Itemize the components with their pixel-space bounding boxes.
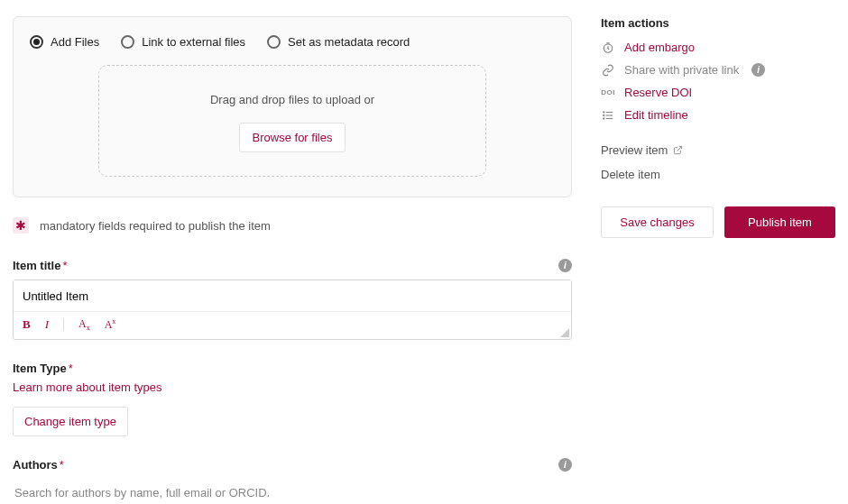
italic-button[interactable]: I [45,317,49,332]
dropzone-text: Drag and drop files to upload or [117,93,467,106]
title-editor: B I Ax Ax [13,279,572,340]
field-item-title: Item title * i B I Ax Ax [13,259,572,340]
field-authors: Authors * i [13,458,572,504]
learn-item-types-link[interactable]: Learn more about item types [13,380,161,394]
bold-button[interactable]: B [23,317,31,332]
info-icon[interactable]: i [558,458,572,472]
action-edit-timeline[interactable]: Edit timeline [601,108,835,122]
required-indicator: * [60,458,64,472]
timer-icon [601,41,615,54]
item-actions-list: Add embargo Share with private link i DO… [601,41,835,122]
svg-point-5 [604,115,604,115]
change-item-type-button[interactable]: Change item type [13,407,128,436]
radio-icon [30,35,43,49]
mandatory-note-text: mandatory fields required to publish the… [40,219,271,233]
action-reserve-doi[interactable]: DOI Reserve DOI [601,86,835,99]
required-indicator: * [69,362,73,375]
external-link-icon [673,145,683,155]
save-changes-button[interactable]: Save changes [601,206,714,238]
svg-point-4 [604,111,604,112]
item-type-label: Item Type [13,362,67,375]
authors-search-input[interactable] [13,479,572,504]
mode-link-external[interactable]: Link to external files [121,35,245,49]
info-icon[interactable]: i [558,259,572,272]
action-add-embargo[interactable]: Add embargo [601,41,835,54]
action-share-private-link[interactable]: Share with private link i [601,63,835,77]
secondary-actions: Preview item Delete item [601,143,835,181]
superscript-button[interactable]: Ax [105,317,116,332]
authors-label: Authors [13,458,58,472]
item-actions-header: Item actions [601,16,835,30]
file-mode-radios: Add Files Link to external files Set as … [30,35,555,49]
svg-point-6 [604,117,604,118]
mandatory-note-row: ✱ mandatory fields required to publish t… [13,217,572,234]
link-icon [601,64,615,77]
mode-add-files-label: Add Files [51,35,99,49]
svg-line-7 [677,146,682,151]
mode-add-files[interactable]: Add Files [30,35,99,49]
sidebar: Item actions Add embargo Share with priv… [601,16,835,504]
upload-panel: Add Files Link to external files Set as … [13,16,572,197]
action-add-embargo-label: Add embargo [624,41,695,54]
item-title-label: Item title [13,259,60,272]
info-icon[interactable]: i [751,63,765,77]
title-format-toolbar: B I Ax Ax [14,311,571,339]
item-title-input[interactable] [14,280,571,311]
field-item-type: Item Type * Learn more about item types … [13,362,572,436]
preview-item-link[interactable]: Preview item [601,143,835,157]
action-share-private-label: Share with private link [624,63,739,77]
subscript-button[interactable]: Ax [78,317,90,332]
file-dropzone[interactable]: Drag and drop files to upload or Browse … [98,65,486,177]
action-edit-timeline-label: Edit timeline [624,108,688,122]
required-star-icon: ✱ [13,217,29,234]
radio-icon [267,35,281,49]
delete-item-label: Delete item [601,168,660,181]
publish-item-button[interactable]: Publish item [724,206,835,238]
doi-icon: DOI [601,88,615,96]
mode-link-external-label: Link to external files [142,35,245,49]
mode-metadata-record-label: Set as metadata record [288,35,410,49]
required-indicator: * [62,259,67,272]
radio-icon [121,35,134,49]
list-icon [601,109,615,122]
toolbar-divider [63,318,64,331]
preview-item-label: Preview item [601,143,668,157]
resize-handle-icon[interactable] [560,328,569,337]
action-reserve-doi-label: Reserve DOI [624,86,692,99]
delete-item-link[interactable]: Delete item [601,168,835,181]
mode-metadata-record[interactable]: Set as metadata record [267,35,410,49]
browse-files-button[interactable]: Browse for files [239,123,346,152]
sidebar-buttons: Save changes Publish item [601,206,835,238]
